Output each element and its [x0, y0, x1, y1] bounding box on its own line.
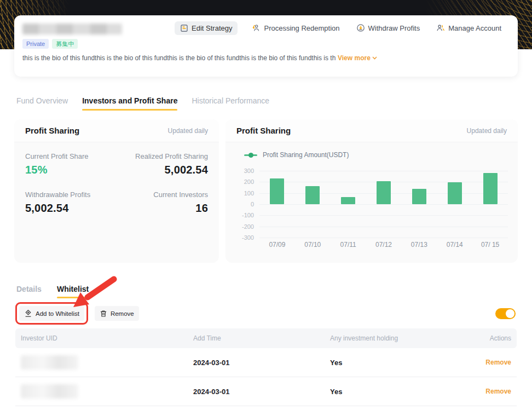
col-add-time: Add Time: [193, 334, 330, 342]
add-to-whitelist-button[interactable]: Add to Whitelist: [19, 306, 84, 321]
x-tick-label: 07/09: [259, 241, 295, 249]
table-body: 2024-03-01 Yes Remove 2024-03-01 Yes Rem…: [15, 348, 517, 406]
fund-bio-text: this is the bio of this fundthis is the …: [22, 54, 336, 62]
investor-uid-redacted: [21, 355, 78, 369]
holding-value: Yes: [330, 388, 462, 396]
chart-bar-slot: [366, 171, 402, 238]
investor-uid-redacted: [21, 384, 78, 399]
y-tick-label: -100: [242, 212, 254, 218]
stat-label: Current Profit Share: [25, 152, 117, 160]
fund-name-redacted: [22, 24, 122, 34]
trash-icon: [100, 310, 107, 317]
legend-marker-icon: [244, 154, 257, 156]
col-holding: Any investment holding: [330, 334, 462, 342]
withdraw-profits-icon: [356, 24, 365, 32]
chart-bar: [377, 181, 391, 204]
chart-card-header: Profit Sharing Updated daily: [225, 119, 518, 142]
manage-account-button[interactable]: Manage Account: [434, 21, 504, 35]
stat-label: Withdrawable Profits: [25, 190, 117, 199]
tab-details[interactable]: Details: [16, 285, 42, 298]
chart-plot-area: [259, 171, 508, 238]
main-tabs: Fund Overview Investors and Profit Share…: [16, 96, 269, 111]
y-tick-label: 100: [244, 190, 254, 197]
private-badge: Private: [22, 39, 49, 49]
col-actions: Actions: [462, 334, 511, 342]
y-tick-label: -300: [242, 234, 254, 241]
diamond-plus-icon: [24, 309, 32, 317]
edit-strategy-button[interactable]: Edit Strategy: [175, 21, 238, 35]
add-time-value: 2024-03-01: [193, 359, 330, 367]
table-header: Investor UID Add Time Any investment hol…: [15, 328, 517, 348]
tab-investors-profit-share[interactable]: Investors and Profit Share: [82, 96, 177, 111]
recruiting-badge: 募集中: [52, 39, 78, 49]
whitelist-toggle[interactable]: [495, 308, 516, 319]
stat-label: Realized Profit Sharing: [117, 152, 208, 160]
stats-card-title: Profit Sharing: [25, 126, 79, 135]
chart-card-title: Profit Sharing: [236, 126, 291, 135]
y-tick-label: 300: [244, 168, 254, 174]
chart-bar: [483, 173, 498, 204]
x-tick-label: 07/11: [331, 241, 366, 249]
y-tick-label: 200: [244, 178, 254, 185]
chart-gridline: [259, 238, 508, 238]
whitelist-table: Investor UID Add Time Any investment hol…: [15, 328, 517, 406]
tab-whitelist[interactable]: Whitelist: [57, 285, 89, 298]
legend-label: Profit Sharing Amount(USDT): [263, 151, 349, 159]
tab-historical-performance[interactable]: Historical Performance: [192, 96, 269, 111]
view-more-link[interactable]: View more: [338, 54, 377, 62]
chart-bar-slot: [401, 171, 437, 238]
row-remove-link[interactable]: Remove: [462, 388, 511, 395]
stat-label: Current Investors: [117, 190, 208, 199]
stats-grid: Current Profit Share 15% Realized Profit…: [25, 152, 208, 215]
stats-card-updated: Updated daily: [168, 127, 208, 135]
chart-y-axis: 3002001000-100-200-300: [236, 171, 254, 238]
edit-strategy-icon: [180, 24, 188, 32]
profit-sharing-chart-card: Profit Sharing Updated daily Profit Shar…: [225, 119, 518, 263]
add-to-whitelist-label: Add to Whitelist: [36, 310, 79, 317]
y-tick-label: -200: [242, 223, 254, 230]
annotation-highlight-box: Add to Whitelist: [15, 302, 88, 325]
withdraw-profits-button[interactable]: Withdraw Profits: [354, 21, 423, 35]
processing-redemption-button[interactable]: Processing Redemption: [250, 21, 342, 35]
chart-bar: [270, 178, 284, 204]
stat-realized-profit-sharing: Realized Profit Sharing 5,002.54: [117, 152, 208, 176]
chart-legend: Profit Sharing Amount(USDT): [244, 151, 349, 159]
fund-bio: this is the bio of this fundthis is the …: [22, 54, 510, 62]
view-more-label: View more: [338, 54, 371, 62]
stat-withdrawable-profits: Withdrawable Profits 5,002.54: [25, 190, 117, 215]
col-investor-uid: Investor UID: [21, 334, 193, 342]
x-tick-label: 07/10: [295, 241, 331, 249]
x-tick-label: 07/12: [366, 241, 402, 249]
whitelist-toolbar: Add to Whitelist Remove: [15, 302, 516, 325]
chart-bar-slot: [437, 171, 472, 238]
chart-bar: [305, 186, 320, 204]
stat-value: 5,002.54: [25, 202, 117, 215]
manage-account-label: Manage Account: [448, 24, 501, 32]
chart-bars: [259, 171, 508, 238]
tab-fund-overview[interactable]: Fund Overview: [16, 96, 68, 111]
chart-bar-slot: [295, 171, 331, 238]
stats-card-header: Profit Sharing Updated daily: [14, 119, 219, 142]
fund-badges: Private 募集中: [22, 39, 78, 49]
edit-strategy-label: Edit Strategy: [192, 24, 232, 32]
chart-bar: [412, 189, 426, 204]
processing-redemption-icon: [252, 24, 261, 32]
add-time-value: 2024-03-01: [193, 388, 330, 396]
profit-sharing-stats-card: Profit Sharing Updated daily Current Pro…: [14, 119, 219, 263]
chart-x-axis: 07/0907/1007/1107/1207/1307/1407/ 15: [259, 241, 508, 249]
manage-account-icon: [436, 24, 445, 32]
chart-bar: [448, 182, 462, 204]
toggle-knob: [506, 309, 514, 318]
chart-bar-slot: [472, 171, 508, 238]
x-tick-label: 07/13: [401, 241, 437, 249]
processing-redemption-label: Processing Redemption: [264, 24, 339, 32]
remove-button[interactable]: Remove: [95, 306, 139, 321]
chevron-down-icon: [372, 56, 377, 60]
detail-tabs: Details Whitelist: [16, 285, 89, 298]
chart-bar: [341, 197, 355, 204]
stat-current-profit-share: Current Profit Share 15%: [25, 152, 117, 176]
row-remove-link[interactable]: Remove: [462, 359, 511, 366]
chart-card-updated: Updated daily: [467, 127, 507, 135]
stat-value: 16: [117, 202, 208, 215]
table-row: 2024-03-01 Yes Remove: [15, 377, 517, 406]
